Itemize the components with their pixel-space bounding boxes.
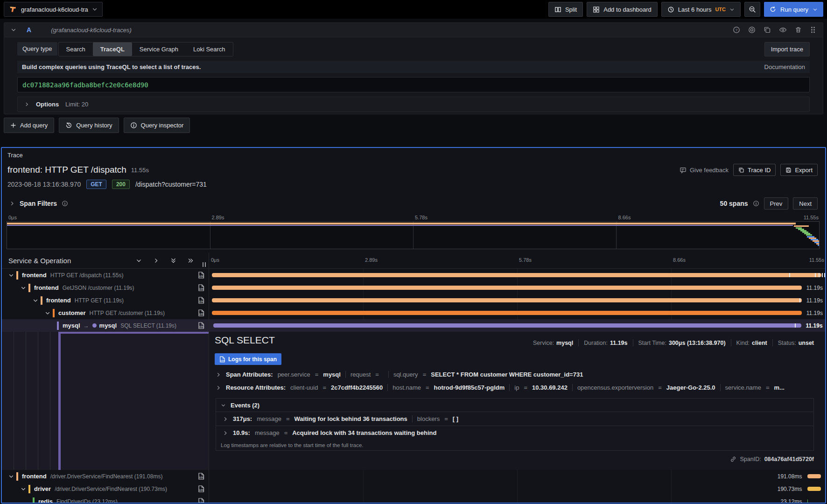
event-row[interactable]: 317μs:message=Waiting for lock behind 36…: [216, 412, 813, 426]
chevron-right-icon[interactable]: [223, 416, 228, 422]
query-options-row[interactable]: Options Limit: 20: [17, 97, 810, 112]
span-bar[interactable]: [212, 286, 802, 290]
remote-service-dot-icon: [92, 323, 97, 328]
help-icon[interactable]: ?: [733, 26, 740, 34]
give-feedback-link[interactable]: Give feedback: [680, 167, 729, 174]
span-logs-icon[interactable]: LOG: [198, 309, 204, 316]
chevron-right-icon[interactable]: [216, 385, 221, 391]
datasource-picker[interactable]: grafanacloud-k6cloud-tra: [4, 2, 103, 17]
delete-query-icon[interactable]: [795, 26, 802, 34]
event-row[interactable]: 10.9s:message=Acquired lock with 34 tran…: [216, 426, 813, 440]
span-logs-icon[interactable]: LOG: [198, 485, 204, 492]
documentation-link[interactable]: Documentation: [764, 63, 805, 70]
import-trace-button[interactable]: Import trace: [764, 42, 810, 56]
span-row[interactable]: frontendHTTP GET /dispatch (11.55s)LOG: [2, 269, 825, 281]
span-logs-icon[interactable]: LOG: [198, 322, 204, 329]
span-bar-cell[interactable]: 11.19s: [209, 281, 825, 294]
export-button[interactable]: Export: [780, 164, 818, 176]
add-to-dashboard-button[interactable]: Add to dashboard: [587, 2, 658, 17]
svg-text:LOG: LOG: [199, 275, 204, 278]
expand-chevron-icon[interactable]: [8, 474, 14, 479]
span-logs-icon[interactable]: LOG: [198, 272, 204, 279]
prev-span-button[interactable]: Prev: [764, 197, 789, 210]
chevron-right-icon[interactable]: [223, 430, 228, 436]
run-query-button[interactable]: Run query: [764, 2, 823, 17]
tab-service-graph[interactable]: Service Graph: [132, 42, 186, 56]
expand-chevron-icon[interactable]: [8, 273, 14, 278]
span-row[interactable]: frontend/driver.DriverService/FindNeares…: [2, 470, 825, 483]
span-row-label[interactable]: mysql→mysqlSQL SELECT (11.19s)LOG: [2, 319, 209, 332]
span-row[interactable]: driver/driver.DriverService/FindNearest …: [2, 483, 825, 495]
trace-minimap[interactable]: [7, 221, 820, 249]
span-bar[interactable]: [212, 311, 802, 315]
span-logs-icon[interactable]: LOG: [198, 473, 204, 480]
span-filters-label[interactable]: Span Filters: [20, 200, 57, 207]
span-bar[interactable]: [807, 474, 820, 478]
hide-response-icon[interactable]: [779, 26, 787, 34]
event-key: message: [257, 415, 281, 422]
query-row-header[interactable]: A (grafanacloud-k6cloud-traces) ?: [4, 23, 823, 37]
span-row-label[interactable]: frontendGetJSON /customer (11.19s)LOG: [2, 281, 209, 294]
span-attributes-row[interactable]: Span Attributes:peer.service=mysqlreques…: [216, 371, 814, 378]
span-bar-cell[interactable]: 11.19s: [209, 294, 825, 307]
expand-chevron-icon[interactable]: [45, 310, 50, 316]
span-logs-icon[interactable]: LOG: [198, 498, 204, 504]
double-chevron-right-icon[interactable]: [188, 258, 194, 264]
trace-id-button[interactable]: Trace ID: [733, 164, 776, 176]
expand-chevron-icon[interactable]: [21, 486, 26, 492]
attribute-value: hotrod-9d9f85c57-pgldm: [434, 384, 505, 391]
span-row-label[interactable]: redisFindDriverIDs (23.12ms)LOG: [2, 495, 209, 504]
query-inspector-button[interactable]: Query inspector: [124, 118, 190, 133]
span-row-label[interactable]: customerHTTP GET /customer (11.19s)LOG: [2, 307, 209, 319]
add-query-button[interactable]: Add query: [4, 118, 54, 133]
span-bar[interactable]: [212, 298, 802, 302]
span-bar-cell[interactable]: 191.08ms: [209, 470, 825, 483]
tab-loki-search[interactable]: Loki Search: [186, 42, 233, 56]
span-bar[interactable]: [212, 273, 821, 277]
zoom-out-button[interactable]: [744, 2, 760, 17]
span-logs-icon[interactable]: LOG: [198, 284, 204, 291]
double-chevron-down-icon[interactable]: [170, 258, 176, 264]
span-bar-cell[interactable]: [209, 269, 825, 281]
span-logs-icon[interactable]: LOG: [198, 297, 204, 304]
chevron-right-icon[interactable]: [153, 258, 159, 264]
span-row-label[interactable]: frontendHTTP GET (11.19s)LOG: [2, 294, 209, 307]
split-button[interactable]: Split: [548, 2, 583, 17]
span-row[interactable]: redisFindDriverIDs (23.12ms)LOG23.12ms: [2, 495, 825, 504]
tab-traceql[interactable]: TraceQL: [93, 42, 132, 56]
column-resizer-handle[interactable]: [203, 262, 206, 267]
chevron-right-icon[interactable]: [216, 372, 221, 378]
expand-chevron-icon[interactable]: [21, 285, 26, 291]
drag-handle-icon[interactable]: [810, 26, 816, 34]
span-rows-top: frontendHTTP GET /dispatch (11.55s)LOGfr…: [2, 269, 825, 332]
logs-for-span-button[interactable]: LOG Logs for this span: [215, 353, 281, 365]
span-row[interactable]: mysql→mysqlSQL SELECT (11.19s)LOG11.19s: [2, 319, 825, 332]
span-bar[interactable]: [807, 487, 820, 491]
span-row[interactable]: customerHTTP GET /customer (11.19s)LOG11…: [2, 307, 825, 319]
attribute-divider: [509, 384, 510, 391]
span-row-label[interactable]: frontend/driver.DriverService/FindNeares…: [2, 470, 209, 483]
time-range-picker[interactable]: Last 6 hours UTC: [661, 2, 741, 17]
tab-search[interactable]: Search: [59, 42, 93, 56]
span-bar-cell[interactable]: 11.19s: [209, 319, 825, 332]
event-value: [ ]: [453, 415, 458, 422]
collapse-query-icon[interactable]: [11, 27, 16, 33]
traceql-query-input[interactable]: dc071882aa96fadba8befc2e0c6e8d90: [17, 77, 810, 92]
span-bar-cell[interactable]: 23.12ms: [209, 495, 825, 504]
duplicate-query-icon[interactable]: [764, 26, 771, 34]
span-bar-cell[interactable]: 11.19s: [209, 307, 825, 319]
disable-query-icon[interactable]: [748, 26, 756, 34]
resource-attributes-row[interactable]: Resource Attributes:client-uuid=2c7cdff4…: [216, 384, 814, 391]
events-header[interactable]: Events (2): [216, 399, 813, 412]
next-span-button[interactable]: Next: [793, 197, 818, 210]
span-row-label[interactable]: frontendHTTP GET /dispatch (11.55s)LOG: [2, 269, 209, 281]
span-bar[interactable]: [213, 323, 801, 328]
span-row[interactable]: frontendGetJSON /customer (11.19s)LOG11.…: [2, 281, 825, 294]
span-row-label[interactable]: driver/driver.DriverService/FindNearest …: [2, 483, 209, 495]
chevron-down-icon[interactable]: [136, 258, 142, 264]
span-row[interactable]: frontendHTTP GET (11.19s)LOG11.19s: [2, 294, 825, 307]
span-bar[interactable]: [807, 499, 808, 504]
span-bar-cell[interactable]: 190.73ms: [209, 483, 825, 495]
query-history-button[interactable]: Query history: [59, 118, 119, 133]
expand-chevron-icon[interactable]: [33, 298, 38, 303]
